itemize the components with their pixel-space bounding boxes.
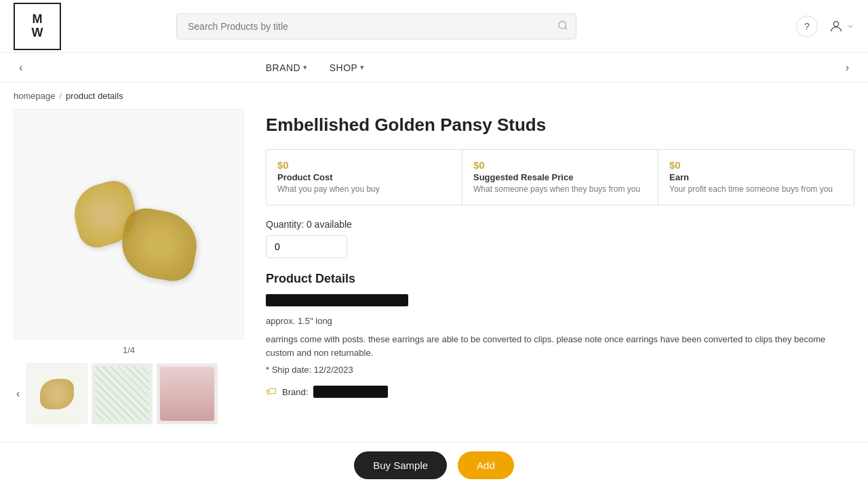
product-details-title: Product Details [266, 272, 854, 286]
resale-price-label: Suggested Resale Price [473, 172, 647, 182]
resale-price-amount: $0 [473, 159, 647, 171]
product-cost-label: Product Cost [277, 172, 451, 182]
breadcrumb-separator: / [59, 91, 62, 101]
product-image-display [61, 157, 197, 292]
nav-shop-label: SHOP [330, 62, 358, 73]
thumbnail-1[interactable] [26, 363, 87, 424]
svg-point-0 [559, 21, 566, 28]
brand-redacted-value [313, 386, 388, 398]
main-product-image [14, 109, 244, 340]
pricing-row: $0 Product Cost What you pay when you bu… [266, 149, 854, 205]
thumb-lace-bg [95, 367, 149, 421]
thumb-prev-arrow[interactable]: ‹ [14, 385, 22, 403]
earn-amount: $0 [669, 159, 843, 171]
detail-size: approx. 1.5" long [266, 314, 854, 328]
thumbnails: ‹ [14, 361, 244, 427]
logo[interactable]: M W [14, 3, 61, 50]
quantity-label: Quantity: 0 available [266, 219, 854, 230]
brand-row: 🏷 Brand: [266, 386, 854, 398]
user-menu[interactable] [829, 19, 854, 34]
chevron-down-icon [846, 22, 854, 30]
nav-item-brand[interactable]: BRAND ▾ [266, 62, 308, 73]
nav-bar: ‹ BRAND ▾ SHOP ▾ › [0, 53, 868, 83]
user-icon [829, 19, 844, 34]
pricing-cell-resale: $0 Suggested Resale Price What someone p… [462, 150, 658, 205]
nav-item-shop[interactable]: SHOP ▾ [330, 62, 365, 73]
quantity-input[interactable] [266, 235, 347, 258]
pricing-cell-earn: $0 Earn Your profit each time someone bu… [658, 150, 854, 205]
thumb-person-bg [160, 367, 214, 421]
svg-point-2 [833, 21, 838, 26]
breadcrumb: homepage / product details [0, 83, 868, 109]
breadcrumb-current: product details [66, 91, 123, 101]
pricing-cell-cost: $0 Product Cost What you pay when you bu… [267, 150, 462, 205]
product-title: Embellished Golden Pansy Studs [266, 115, 854, 136]
thumb-earring-icon [40, 379, 74, 409]
header-actions: ? [796, 16, 854, 37]
thumbnail-2[interactable] [92, 363, 153, 424]
svg-line-1 [565, 27, 567, 29]
resale-price-desc: What someone pays when they buys from yo… [473, 184, 647, 195]
logo-text: M W [32, 13, 43, 40]
brand-label: Brand: [282, 387, 308, 397]
search-icon [557, 20, 568, 33]
redacted-bar-1 [266, 294, 408, 306]
help-button[interactable]: ? [796, 16, 818, 37]
nav-links: BRAND ▾ SHOP ▾ [266, 62, 365, 73]
brand-chevron-icon: ▾ [303, 63, 308, 72]
image-counter: 1/4 [14, 340, 244, 361]
breadcrumb-home[interactable]: homepage [14, 91, 55, 101]
main-content: 1/4 ‹ Embellished Golden Pansy Studs $0 … [0, 109, 868, 441]
search-input[interactable] [176, 14, 576, 39]
product-cost-amount: $0 [277, 159, 451, 171]
product-cost-desc: What you pay when you buy [277, 184, 451, 195]
earn-label: Earn [669, 172, 843, 182]
ship-date: * Ship date: 12/2/2023 [266, 365, 854, 375]
nav-brand-label: BRAND [266, 62, 301, 73]
nav-left-arrow[interactable]: ‹ [14, 59, 28, 77]
help-icon: ? [804, 21, 810, 32]
search-bar [176, 14, 576, 39]
shop-chevron-icon: ▾ [360, 63, 365, 72]
product-panel: Embellished Golden Pansy Studs $0 Produc… [266, 109, 854, 427]
header: M W ? [0, 0, 868, 53]
earn-desc: Your profit each time someone buys from … [669, 184, 843, 195]
tag-icon: 🏷 [266, 386, 277, 398]
earring-right [117, 205, 202, 285]
product-gallery: 1/4 ‹ [14, 109, 244, 427]
detail-description: earrings come with posts. these earrings… [266, 333, 854, 359]
nav-right-arrow[interactable]: › [840, 59, 854, 77]
thumbnail-3[interactable] [157, 363, 218, 424]
